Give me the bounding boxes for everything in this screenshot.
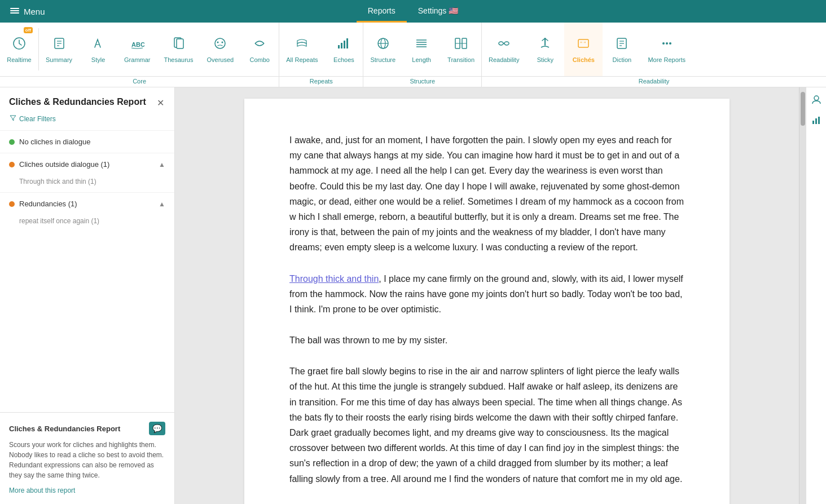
thesaurus-label: Thesaurus xyxy=(164,56,194,63)
settings-nav-link[interactable]: Settings 🇺🇸 xyxy=(407,0,469,23)
combo-button[interactable]: Combo xyxy=(240,23,279,76)
content-area: I awake, and, just for an moment, I have… xyxy=(175,87,799,504)
svg-rect-42 xyxy=(812,121,814,124)
repeats-group-label: Repeats xyxy=(279,76,363,87)
cliches-outside-label: Cliches outside dialogue (1) xyxy=(19,160,109,169)
overused-button[interactable]: Overused xyxy=(200,23,241,76)
redundancies-chevron-icon: ▲ xyxy=(159,200,165,208)
thesaurus-icon xyxy=(172,36,186,54)
left-panel: Cliches & Redundancies Report ✕ Clear Fi… xyxy=(0,87,175,504)
clear-filters-button[interactable]: Clear Filters xyxy=(0,114,174,130)
info-cliches-icon: 💬 xyxy=(149,422,165,435)
redundancies-sub-item[interactable]: repeat itself once again (1) xyxy=(0,215,174,232)
summary-button[interactable]: Summary xyxy=(39,23,79,76)
svg-point-40 xyxy=(669,42,671,45)
realtime-label: Realtime xyxy=(7,56,31,63)
menu-button[interactable]: Menu xyxy=(9,5,45,18)
reports-nav-link[interactable]: Reports xyxy=(357,0,407,23)
summary-label: Summary xyxy=(46,56,72,63)
off-badge: off xyxy=(24,27,33,33)
realtime-button[interactable]: off Realtime xyxy=(0,23,38,76)
transition-icon xyxy=(454,36,468,54)
paragraph-3-text: The ball was thrown to me by my sister. xyxy=(289,335,447,345)
chart-icon-button[interactable] xyxy=(809,112,824,128)
redundancies-section: Redundancies (1) ▲ repeat itself once ag… xyxy=(0,192,174,232)
repeats-group: All Repeats Echoes Repeats xyxy=(279,23,363,87)
cliches-outside-section: Cliches outside dialogue (1) ▲ Through t… xyxy=(0,153,174,192)
top-nav-links: Reports Settings 🇺🇸 xyxy=(357,0,470,23)
svg-rect-16 xyxy=(341,43,342,48)
combo-label: Combo xyxy=(249,56,269,63)
document: I awake, and, just for an moment, I have… xyxy=(244,99,730,504)
overused-label: Overused xyxy=(207,56,234,63)
svg-point-39 xyxy=(666,42,668,45)
echoes-button[interactable]: Echoes xyxy=(324,23,363,76)
length-button[interactable]: Length xyxy=(402,23,441,76)
echoes-icon xyxy=(336,36,351,54)
cliches-outside-filter[interactable]: Cliches outside dialogue (1) ▲ xyxy=(0,153,174,175)
left-panel-header: Cliches & Redundancies Report ✕ xyxy=(0,87,174,114)
more-reports-icon xyxy=(660,36,674,54)
realtime-icon xyxy=(12,36,27,54)
cliches-button[interactable]: " " Clichés xyxy=(564,23,603,76)
top-nav: Menu Reports Settings 🇺🇸 xyxy=(0,0,826,23)
close-icon: ✕ xyxy=(157,98,164,108)
style-icon xyxy=(91,36,106,54)
paragraph-4-text: The graet fire ball slowly begins to ris… xyxy=(289,366,682,483)
no-cliches-label: No cliches in dialogue xyxy=(19,138,90,146)
cliches-icon: " " xyxy=(576,36,591,54)
length-label: Length xyxy=(412,56,431,63)
svg-rect-1 xyxy=(10,10,19,11)
more-about-link[interactable]: More about this report xyxy=(9,487,75,494)
paragraph-4: The graet fire ball slowly begins to ris… xyxy=(289,364,684,487)
readability-label: Readability xyxy=(489,56,519,63)
scrollbar[interactable] xyxy=(799,87,806,504)
diction-label: Diction xyxy=(613,56,632,63)
redundancies-label: Redundancies (1) xyxy=(19,200,77,208)
thesaurus-button[interactable]: Thesaurus xyxy=(157,23,200,76)
redundancies-filter[interactable]: Redundancies (1) ▲ xyxy=(0,193,174,215)
grammar-button[interactable]: ABC Grammar xyxy=(117,23,157,76)
all-repeats-button[interactable]: All Repeats xyxy=(279,23,324,76)
clear-filters-label: Clear Filters xyxy=(19,115,56,123)
cliches-sub-item[interactable]: Through thick and thin (1) xyxy=(0,175,174,192)
overused-icon xyxy=(213,36,227,54)
close-panel-button[interactable]: ✕ xyxy=(156,96,165,109)
style-button[interactable]: Style xyxy=(79,23,117,76)
filter-icon xyxy=(9,114,17,123)
cliche-highlight[interactable]: Through thick and thin xyxy=(289,274,379,284)
more-reports-button[interactable]: More Reports xyxy=(641,23,692,76)
core-group: off Realtime Summary xyxy=(0,23,279,87)
diction-button[interactable]: Diction xyxy=(603,23,641,76)
diction-icon xyxy=(614,36,629,54)
structure-group: Structure Length xyxy=(363,23,482,87)
user-icon-button[interactable] xyxy=(809,92,824,108)
svg-point-38 xyxy=(662,42,665,45)
paragraph-1-text: I awake, and, just for an moment, I have… xyxy=(289,135,684,252)
length-icon xyxy=(414,36,429,54)
readability-group: Readability Sticky " " xyxy=(482,23,826,87)
structure-button[interactable]: Structure xyxy=(363,23,402,76)
no-cliches-filter[interactable]: No cliches in dialogue xyxy=(0,131,174,153)
orange-dot-cliches xyxy=(9,162,15,167)
reports-toolbar: off Realtime Summary xyxy=(0,23,826,87)
style-label: Style xyxy=(91,56,105,63)
svg-text:ABC: ABC xyxy=(131,41,144,48)
green-dot xyxy=(9,139,15,145)
transition-button[interactable]: Transition xyxy=(441,23,481,76)
paragraph-1: I awake, and, just for an moment, I have… xyxy=(289,132,684,255)
svg-point-12 xyxy=(215,38,225,48)
scrollbar-thumb xyxy=(801,92,805,126)
sticky-button[interactable]: Sticky xyxy=(526,23,564,76)
svg-rect-18 xyxy=(346,38,348,48)
combo-icon xyxy=(252,36,267,54)
readability-button[interactable]: Readability xyxy=(482,23,526,76)
echoes-label: Echoes xyxy=(333,56,354,63)
svg-point-13 xyxy=(217,41,219,43)
cliches-chevron-icon: ▲ xyxy=(159,161,165,169)
info-section: Cliches & Redundancies Report 💬 Scours y… xyxy=(0,412,174,504)
svg-rect-17 xyxy=(344,41,345,48)
all-repeats-icon xyxy=(295,36,309,54)
svg-rect-11 xyxy=(177,39,183,48)
sticky-icon xyxy=(538,36,552,54)
